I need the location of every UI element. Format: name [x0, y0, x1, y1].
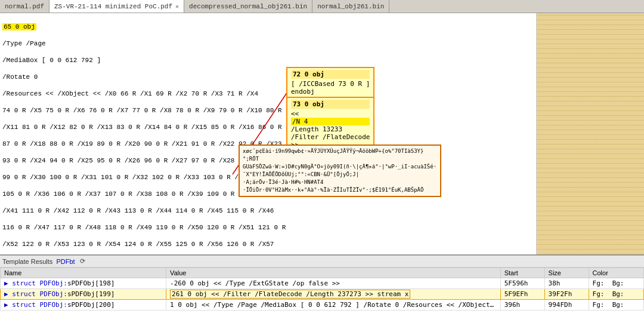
- row-name: ▶ struct PDFObj:sPDFObj[199]: [1, 289, 166, 300]
- row-color: Fg: Bg:: [589, 300, 643, 311]
- row-size: 994FDh: [544, 300, 589, 311]
- row-color: Fg: Bg:: [589, 278, 643, 289]
- format-label: PDFbt: [56, 258, 75, 265]
- template-results-label: Template Results: [2, 258, 52, 265]
- tab-close-icon[interactable]: ✕: [175, 3, 179, 10]
- table-row[interactable]: ▶ struct PDFObj:sPDFObj[199] 261 0 obj <…: [1, 289, 644, 300]
- bottom-panel: Template Results PDFbt ⟳ Name Value Star…: [0, 254, 644, 332]
- editor-content[interactable]: 65 0 obj /Type /Page /MediaBox [ 0 0 612…: [0, 13, 536, 254]
- row-name: ▶ struct PDFObj:sPDFObj[198]: [1, 278, 166, 289]
- row-start: 5F9EFh: [500, 289, 544, 300]
- tab-decompressed[interactable]: decompressed_normal_obj261.bin: [184, 0, 312, 13]
- row-value: -260 0 obj << /Type /ExtGState /op false…: [166, 278, 501, 289]
- results-scroll[interactable]: Name Value Start Size Color ▶ struct PDF…: [0, 268, 644, 332]
- tab-label: ZS-VR-21-114 minimized PoC.pdf: [54, 3, 172, 10]
- row-start: 5F596h: [500, 278, 544, 289]
- col-size: Size: [544, 268, 589, 278]
- col-value: Value: [166, 268, 501, 278]
- sidebar-background: [537, 13, 644, 254]
- refresh-icon[interactable]: ⟳: [80, 257, 85, 265]
- row-size: 38h: [544, 278, 589, 289]
- tab-normal-obj261[interactable]: normal_obj261.bin: [312, 0, 389, 13]
- tab-normal-pdf[interactable]: normal.pdf: [0, 0, 49, 13]
- col-start: Start: [500, 268, 544, 278]
- row-start: 396h: [500, 300, 544, 311]
- table-header-row: Name Value Start Size Color: [1, 268, 644, 278]
- tab-label: normal.pdf: [5, 3, 44, 10]
- tab-label: decompressed_normal_obj261.bin: [189, 3, 307, 10]
- col-name: Name: [1, 268, 166, 278]
- main-area: 65 0 obj /Type /Page /MediaBox [ 0 0 612…: [0, 13, 644, 254]
- sidebar-panel: [537, 13, 644, 254]
- row-size: 39F2Fh: [544, 289, 589, 300]
- row-value: 261 0 obj << /Filter /FlateDecode /Lengt…: [166, 289, 501, 300]
- row-name: ▶ struct PDFObj:sPDFObj[200]: [1, 300, 166, 311]
- row-value: 1 0 obj << /Type /Page /MediaBox [ 0 0 6…: [166, 300, 501, 311]
- col-color: Color: [589, 268, 643, 278]
- results-table: Name Value Start Size Color ▶ struct PDF…: [0, 268, 644, 311]
- table-row[interactable]: ▶ struct PDFObj:sPDFObj[200] 1 0 obj << …: [1, 300, 644, 311]
- tab-label: normal_obj261.bin: [317, 3, 384, 10]
- row-color: Fg: Bg:: [589, 289, 643, 300]
- editor-panel: 65 0 obj /Type /Page /MediaBox [ 0 0 612…: [0, 13, 537, 254]
- tab-bar: normal.pdf ZS-VR-21-114 minimized PoC.pd…: [0, 0, 644, 13]
- tab-poc-pdf[interactable]: ZS-VR-21-114 minimized PoC.pdf ✕: [49, 0, 184, 13]
- table-row[interactable]: ▶ struct PDFObj:sPDFObj[198] -260 0 obj …: [1, 278, 644, 289]
- bottom-toolbar: Template Results PDFbt ⟳: [0, 256, 644, 268]
